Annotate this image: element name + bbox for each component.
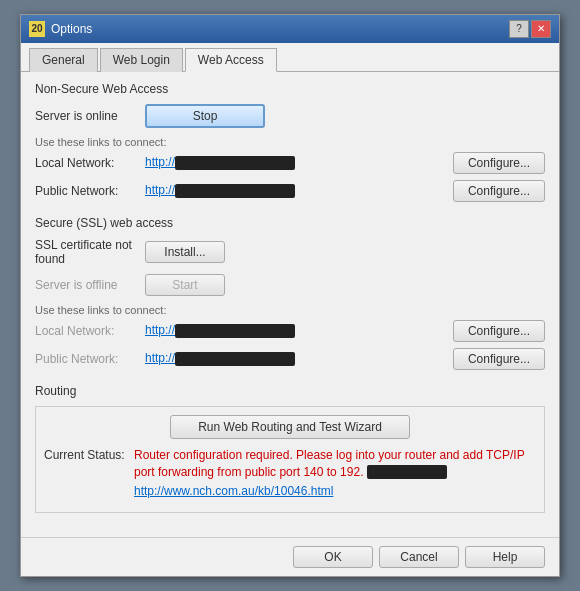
- cert-label: SSL certificate not found: [35, 238, 145, 266]
- configure-button-4[interactable]: Configure...: [453, 348, 545, 370]
- help-title-button[interactable]: ?: [509, 20, 529, 38]
- local-network-row-2: Local Network: http:// Configure...: [35, 320, 545, 342]
- public-network-row-2: Public Network: http:// Configure...: [35, 348, 545, 370]
- configure-button-1[interactable]: Configure...: [453, 152, 545, 174]
- dialog-title: Options: [51, 22, 92, 36]
- ok-button[interactable]: OK: [293, 546, 373, 568]
- wizard-button[interactable]: Run Web Routing and Test Wizard: [170, 415, 410, 439]
- routing-title: Routing: [35, 384, 545, 398]
- title-controls: ? ✕: [509, 20, 551, 38]
- public-network-link-2[interactable]: http://: [145, 351, 453, 366]
- tab-weblogin[interactable]: Web Login: [100, 48, 183, 72]
- redacted-1: [175, 156, 295, 170]
- current-status-label: Current Status:: [44, 448, 134, 462]
- use-links-label-1: Use these links to connect:: [35, 136, 545, 148]
- install-button[interactable]: Install...: [145, 241, 225, 263]
- routing-box: Run Web Routing and Test Wizard Current …: [35, 406, 545, 514]
- tab-general[interactable]: General: [29, 48, 98, 72]
- public-network-row-1: Public Network: http:// Configure...: [35, 180, 545, 202]
- kb-link[interactable]: http://www.nch.com.au/kb/10046.html: [134, 484, 536, 498]
- local-network-label-2: Local Network:: [35, 324, 145, 338]
- nonsecure-section: Non-Secure Web Access Server is online S…: [35, 82, 545, 202]
- configure-button-2[interactable]: Configure...: [453, 180, 545, 202]
- redacted-2: [175, 184, 295, 198]
- local-network-row-1: Local Network: http:// Configure...: [35, 152, 545, 174]
- tab-bar: General Web Login Web Access: [21, 43, 559, 72]
- help-button[interactable]: Help: [465, 546, 545, 568]
- content-area: Non-Secure Web Access Server is online S…: [21, 72, 559, 538]
- ssl-title: Secure (SSL) web access: [35, 216, 545, 230]
- title-bar: 20 Options ? ✕: [21, 15, 559, 43]
- ssl-section: Secure (SSL) web access SSL certificate …: [35, 216, 545, 370]
- local-network-link-2[interactable]: http://: [145, 323, 453, 338]
- use-links-label-2: Use these links to connect:: [35, 304, 545, 316]
- start-button[interactable]: Start: [145, 274, 225, 296]
- options-dialog: 20 Options ? ✕ General Web Login Web Acc…: [20, 14, 560, 578]
- wizard-row: Run Web Routing and Test Wizard: [44, 415, 536, 439]
- server-offline-row: Server is offline Start: [35, 274, 545, 296]
- server-online-label: Server is online: [35, 109, 145, 123]
- server-online-row: Server is online Stop: [35, 104, 545, 128]
- local-network-link-1[interactable]: http://: [145, 155, 453, 170]
- status-text: Router configuration required. Please lo…: [134, 448, 524, 479]
- cancel-button[interactable]: Cancel: [379, 546, 459, 568]
- close-button[interactable]: ✕: [531, 20, 551, 38]
- status-content: Router configuration required. Please lo…: [134, 447, 536, 499]
- server-offline-label: Server is offline: [35, 278, 145, 292]
- dialog-footer: OK Cancel Help: [21, 537, 559, 576]
- nonsecure-title: Non-Secure Web Access: [35, 82, 545, 96]
- redacted-3: [175, 324, 295, 338]
- public-network-label-1: Public Network:: [35, 184, 145, 198]
- redacted-4: [175, 352, 295, 366]
- local-network-label-1: Local Network:: [35, 156, 145, 170]
- title-bar-left: 20 Options: [29, 21, 92, 37]
- public-network-label-2: Public Network:: [35, 352, 145, 366]
- public-network-link-1[interactable]: http://: [145, 183, 453, 198]
- routing-section: Routing Run Web Routing and Test Wizard …: [35, 384, 545, 514]
- stop-button[interactable]: Stop: [145, 104, 265, 128]
- tab-webaccess[interactable]: Web Access: [185, 48, 277, 72]
- redacted-ip: [367, 465, 447, 479]
- configure-button-3[interactable]: Configure...: [453, 320, 545, 342]
- app-icon: 20: [29, 21, 45, 37]
- status-row: Current Status: Router configuration req…: [44, 447, 536, 499]
- cert-row: SSL certificate not found Install...: [35, 238, 545, 266]
